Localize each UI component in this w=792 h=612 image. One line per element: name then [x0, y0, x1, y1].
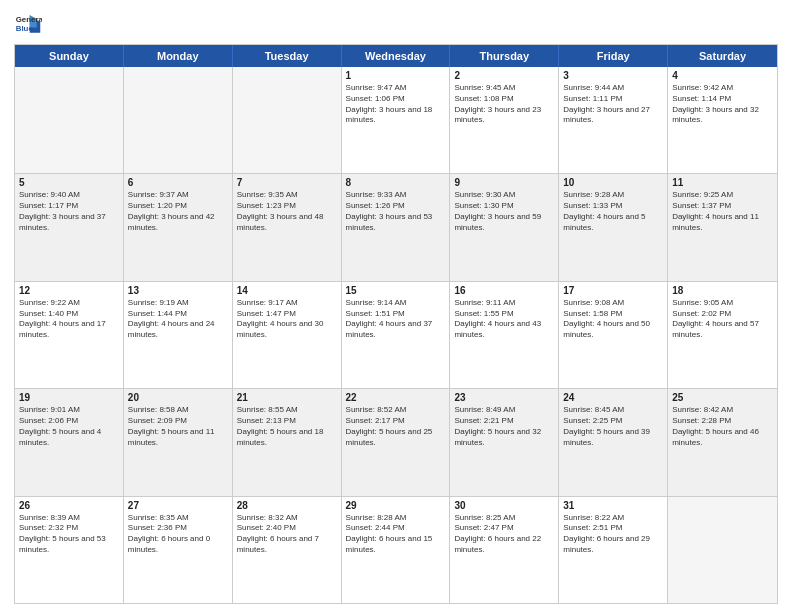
cell-info: Sunrise: 9:14 AM Sunset: 1:51 PM Dayligh…	[346, 298, 446, 341]
calendar-cell: 15Sunrise: 9:14 AM Sunset: 1:51 PM Dayli…	[342, 282, 451, 388]
cell-info: Sunrise: 8:49 AM Sunset: 2:21 PM Dayligh…	[454, 405, 554, 448]
day-number: 28	[237, 500, 337, 511]
cell-info: Sunrise: 9:05 AM Sunset: 2:02 PM Dayligh…	[672, 298, 773, 341]
day-number: 12	[19, 285, 119, 296]
day-number: 31	[563, 500, 663, 511]
calendar: SundayMondayTuesdayWednesdayThursdayFrid…	[14, 44, 778, 604]
weekday-header: Friday	[559, 45, 668, 67]
day-number: 7	[237, 177, 337, 188]
day-number: 14	[237, 285, 337, 296]
calendar-row: 26Sunrise: 8:39 AM Sunset: 2:32 PM Dayli…	[15, 496, 777, 603]
day-number: 13	[128, 285, 228, 296]
calendar-cell: 2Sunrise: 9:45 AM Sunset: 1:08 PM Daylig…	[450, 67, 559, 173]
weekday-header: Tuesday	[233, 45, 342, 67]
calendar-row: 5Sunrise: 9:40 AM Sunset: 1:17 PM Daylig…	[15, 173, 777, 280]
cell-info: Sunrise: 8:52 AM Sunset: 2:17 PM Dayligh…	[346, 405, 446, 448]
cell-info: Sunrise: 9:19 AM Sunset: 1:44 PM Dayligh…	[128, 298, 228, 341]
day-number: 24	[563, 392, 663, 403]
day-number: 3	[563, 70, 663, 81]
calendar-cell	[15, 67, 124, 173]
day-number: 30	[454, 500, 554, 511]
calendar-row: 12Sunrise: 9:22 AM Sunset: 1:40 PM Dayli…	[15, 281, 777, 388]
day-number: 11	[672, 177, 773, 188]
calendar-cell: 18Sunrise: 9:05 AM Sunset: 2:02 PM Dayli…	[668, 282, 777, 388]
day-number: 23	[454, 392, 554, 403]
cell-info: Sunrise: 9:33 AM Sunset: 1:26 PM Dayligh…	[346, 190, 446, 233]
calendar-cell: 17Sunrise: 9:08 AM Sunset: 1:58 PM Dayli…	[559, 282, 668, 388]
logo-icon: General Blue	[14, 10, 42, 38]
day-number: 4	[672, 70, 773, 81]
logo: General Blue	[14, 10, 42, 38]
calendar-header: SundayMondayTuesdayWednesdayThursdayFrid…	[15, 45, 777, 67]
calendar-cell: 30Sunrise: 8:25 AM Sunset: 2:47 PM Dayli…	[450, 497, 559, 603]
cell-info: Sunrise: 9:22 AM Sunset: 1:40 PM Dayligh…	[19, 298, 119, 341]
calendar-cell: 6Sunrise: 9:37 AM Sunset: 1:20 PM Daylig…	[124, 174, 233, 280]
day-number: 17	[563, 285, 663, 296]
cell-info: Sunrise: 9:01 AM Sunset: 2:06 PM Dayligh…	[19, 405, 119, 448]
weekday-header: Thursday	[450, 45, 559, 67]
calendar-cell: 16Sunrise: 9:11 AM Sunset: 1:55 PM Dayli…	[450, 282, 559, 388]
day-number: 22	[346, 392, 446, 403]
calendar-cell: 4Sunrise: 9:42 AM Sunset: 1:14 PM Daylig…	[668, 67, 777, 173]
cell-info: Sunrise: 9:42 AM Sunset: 1:14 PM Dayligh…	[672, 83, 773, 126]
cell-info: Sunrise: 8:42 AM Sunset: 2:28 PM Dayligh…	[672, 405, 773, 448]
cell-info: Sunrise: 8:45 AM Sunset: 2:25 PM Dayligh…	[563, 405, 663, 448]
calendar-cell: 28Sunrise: 8:32 AM Sunset: 2:40 PM Dayli…	[233, 497, 342, 603]
calendar-cell: 29Sunrise: 8:28 AM Sunset: 2:44 PM Dayli…	[342, 497, 451, 603]
cell-info: Sunrise: 8:25 AM Sunset: 2:47 PM Dayligh…	[454, 513, 554, 556]
calendar-cell: 7Sunrise: 9:35 AM Sunset: 1:23 PM Daylig…	[233, 174, 342, 280]
day-number: 5	[19, 177, 119, 188]
calendar-row: 1Sunrise: 9:47 AM Sunset: 1:06 PM Daylig…	[15, 67, 777, 173]
calendar-cell: 25Sunrise: 8:42 AM Sunset: 2:28 PM Dayli…	[668, 389, 777, 495]
day-number: 26	[19, 500, 119, 511]
day-number: 9	[454, 177, 554, 188]
calendar-cell: 13Sunrise: 9:19 AM Sunset: 1:44 PM Dayli…	[124, 282, 233, 388]
calendar-cell: 8Sunrise: 9:33 AM Sunset: 1:26 PM Daylig…	[342, 174, 451, 280]
cell-info: Sunrise: 9:17 AM Sunset: 1:47 PM Dayligh…	[237, 298, 337, 341]
calendar-cell	[233, 67, 342, 173]
day-number: 27	[128, 500, 228, 511]
cell-info: Sunrise: 8:22 AM Sunset: 2:51 PM Dayligh…	[563, 513, 663, 556]
calendar-cell	[668, 497, 777, 603]
calendar-row: 19Sunrise: 9:01 AM Sunset: 2:06 PM Dayli…	[15, 388, 777, 495]
calendar-cell: 23Sunrise: 8:49 AM Sunset: 2:21 PM Dayli…	[450, 389, 559, 495]
day-number: 2	[454, 70, 554, 81]
calendar-cell: 27Sunrise: 8:35 AM Sunset: 2:36 PM Dayli…	[124, 497, 233, 603]
calendar-cell: 11Sunrise: 9:25 AM Sunset: 1:37 PM Dayli…	[668, 174, 777, 280]
day-number: 25	[672, 392, 773, 403]
weekday-header: Saturday	[668, 45, 777, 67]
day-number: 20	[128, 392, 228, 403]
calendar-cell	[124, 67, 233, 173]
cell-info: Sunrise: 8:58 AM Sunset: 2:09 PM Dayligh…	[128, 405, 228, 448]
day-number: 15	[346, 285, 446, 296]
svg-text:Blue: Blue	[16, 24, 34, 33]
weekday-header: Monday	[124, 45, 233, 67]
day-number: 21	[237, 392, 337, 403]
day-number: 19	[19, 392, 119, 403]
cell-info: Sunrise: 9:47 AM Sunset: 1:06 PM Dayligh…	[346, 83, 446, 126]
cell-info: Sunrise: 8:32 AM Sunset: 2:40 PM Dayligh…	[237, 513, 337, 556]
cell-info: Sunrise: 9:40 AM Sunset: 1:17 PM Dayligh…	[19, 190, 119, 233]
cell-info: Sunrise: 9:37 AM Sunset: 1:20 PM Dayligh…	[128, 190, 228, 233]
cell-info: Sunrise: 9:44 AM Sunset: 1:11 PM Dayligh…	[563, 83, 663, 126]
day-number: 18	[672, 285, 773, 296]
cell-info: Sunrise: 9:35 AM Sunset: 1:23 PM Dayligh…	[237, 190, 337, 233]
calendar-cell: 3Sunrise: 9:44 AM Sunset: 1:11 PM Daylig…	[559, 67, 668, 173]
cell-info: Sunrise: 9:11 AM Sunset: 1:55 PM Dayligh…	[454, 298, 554, 341]
day-number: 29	[346, 500, 446, 511]
calendar-cell: 19Sunrise: 9:01 AM Sunset: 2:06 PM Dayli…	[15, 389, 124, 495]
calendar-cell: 9Sunrise: 9:30 AM Sunset: 1:30 PM Daylig…	[450, 174, 559, 280]
cell-info: Sunrise: 9:08 AM Sunset: 1:58 PM Dayligh…	[563, 298, 663, 341]
calendar-body: 1Sunrise: 9:47 AM Sunset: 1:06 PM Daylig…	[15, 67, 777, 603]
cell-info: Sunrise: 8:39 AM Sunset: 2:32 PM Dayligh…	[19, 513, 119, 556]
calendar-cell: 26Sunrise: 8:39 AM Sunset: 2:32 PM Dayli…	[15, 497, 124, 603]
weekday-header: Wednesday	[342, 45, 451, 67]
cell-info: Sunrise: 8:28 AM Sunset: 2:44 PM Dayligh…	[346, 513, 446, 556]
weekday-header: Sunday	[15, 45, 124, 67]
day-number: 16	[454, 285, 554, 296]
cell-info: Sunrise: 8:35 AM Sunset: 2:36 PM Dayligh…	[128, 513, 228, 556]
calendar-cell: 20Sunrise: 8:58 AM Sunset: 2:09 PM Dayli…	[124, 389, 233, 495]
cell-info: Sunrise: 9:45 AM Sunset: 1:08 PM Dayligh…	[454, 83, 554, 126]
calendar-cell: 14Sunrise: 9:17 AM Sunset: 1:47 PM Dayli…	[233, 282, 342, 388]
cell-info: Sunrise: 9:25 AM Sunset: 1:37 PM Dayligh…	[672, 190, 773, 233]
